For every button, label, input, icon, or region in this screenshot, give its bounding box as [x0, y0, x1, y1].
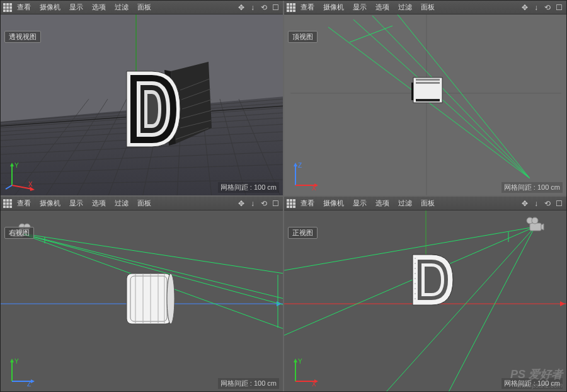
svg-rect-90	[530, 223, 541, 231]
menu-options[interactable]: 选项	[372, 197, 393, 209]
menu-camera[interactable]: 摄像机	[36, 1, 64, 13]
menu-camera[interactable]: 摄像机	[319, 1, 348, 13]
front-content	[284, 210, 566, 391]
svg-line-35	[6, 185, 12, 189]
maximize-icon[interactable]: ☐	[270, 3, 280, 13]
menu-display[interactable]: 显示	[66, 1, 87, 13]
grid-info: 网格间距 : 100 cm	[501, 378, 563, 389]
svg-point-96	[415, 268, 416, 269]
svg-marker-51	[294, 163, 297, 166]
grid-info: 网格间距 : 100 cm	[218, 378, 279, 389]
down-icon[interactable]: ↓	[531, 3, 541, 13]
view-label: 正视图	[288, 227, 318, 239]
menu-panel[interactable]: 面板	[417, 1, 438, 13]
menu-options[interactable]: 选项	[88, 197, 110, 209]
svg-text:Y: Y	[14, 162, 19, 169]
svg-marker-104	[294, 359, 297, 362]
object-d-front	[413, 255, 453, 305]
svg-rect-46	[416, 79, 440, 81]
svg-point-95	[415, 263, 416, 264]
svg-point-102	[415, 298, 416, 299]
menu-camera[interactable]: 摄像机	[319, 197, 348, 209]
move-icon[interactable]: ✥	[520, 3, 530, 13]
svg-text:Z: Z	[27, 381, 31, 388]
move-icon[interactable]: ✥	[236, 3, 246, 13]
maximize-icon[interactable]: ☐	[554, 3, 564, 13]
grid-info: 网格间距 : 100 cm	[218, 182, 279, 193]
menu-panel[interactable]: 面板	[417, 197, 438, 209]
svg-marker-83	[560, 301, 565, 306]
view-label: 透视视图	[4, 31, 41, 43]
axis-gizmo: Y X	[4, 160, 36, 192]
down-icon[interactable]: ↓	[531, 199, 541, 209]
svg-rect-48	[416, 99, 440, 101]
grid-menu-icon[interactable]	[287, 3, 295, 12]
down-icon[interactable]: ↓	[248, 199, 258, 209]
pane-right: 查看 摄像机 显示 选项 过滤 面板 ✥ ↓ ⟲ ☐ 右视图	[1, 197, 283, 391]
viewport-right[interactable]: 右视图	[1, 210, 283, 391]
menu-panel[interactable]: 面板	[134, 1, 155, 13]
svg-marker-77	[10, 359, 14, 362]
svg-marker-79	[31, 379, 35, 383]
down-icon[interactable]: ↓	[248, 3, 258, 13]
svg-point-101	[415, 293, 416, 294]
svg-marker-93	[541, 224, 544, 230]
axis-gizmo: Y X	[288, 356, 319, 388]
move-icon[interactable]: ✥	[236, 199, 246, 209]
grid-menu-icon[interactable]	[287, 199, 295, 208]
menu-view[interactable]: 查看	[13, 197, 35, 209]
viewport-perspective[interactable]: 透视视图	[1, 14, 283, 195]
restore-icon[interactable]: ⟲	[259, 3, 269, 13]
menu-filter[interactable]: 过滤	[111, 197, 132, 209]
move-icon[interactable]: ✥	[520, 199, 530, 209]
menu-display[interactable]: 显示	[349, 1, 370, 13]
svg-line-85	[284, 227, 535, 270]
menu-options[interactable]: 选项	[88, 1, 110, 13]
menubar: 查看 摄像机 显示 选项 过滤 面板 ✥ ↓ ⟲ ☐	[284, 1, 566, 14]
svg-point-92	[532, 217, 538, 224]
svg-line-88	[385, 227, 535, 391]
menu-filter[interactable]: 过滤	[111, 1, 132, 13]
menu-panel[interactable]: 面板	[134, 197, 155, 209]
menu-camera[interactable]: 摄像机	[36, 197, 64, 209]
viewport-top[interactable]: 顶视图 Z	[284, 14, 566, 195]
svg-line-44	[350, 26, 392, 42]
svg-text:X: X	[28, 181, 33, 188]
svg-point-75	[167, 274, 175, 324]
svg-point-100	[415, 288, 416, 289]
menubar: 查看 摄像机 显示 选项 过滤 面板 ✥ ↓ ⟲ ☐	[1, 1, 283, 14]
menubar: 查看 摄像机 显示 选项 过滤 面板 ✥ ↓ ⟲ ☐	[284, 197, 566, 210]
grid-menu-icon[interactable]	[3, 3, 12, 12]
svg-line-58	[20, 233, 283, 274]
menu-options[interactable]: 选项	[372, 1, 393, 13]
restore-icon[interactable]: ⟲	[542, 199, 553, 209]
grid-menu-icon[interactable]	[3, 199, 12, 208]
maximize-icon[interactable]: ☐	[270, 199, 280, 209]
menu-display[interactable]: 显示	[66, 197, 87, 209]
maximize-icon[interactable]: ☐	[554, 199, 564, 209]
view-label: 顶视图	[288, 31, 318, 43]
restore-icon[interactable]: ⟲	[542, 3, 553, 13]
restore-icon[interactable]: ⟲	[259, 199, 269, 209]
pane-top: 查看 摄像机 显示 选项 过滤 面板 ✥ ↓ ⟲ ☐ 顶视图	[284, 1, 566, 195]
svg-point-98	[415, 278, 416, 279]
svg-line-86	[284, 227, 535, 335]
svg-point-97	[415, 273, 416, 274]
svg-point-99	[415, 283, 416, 284]
svg-point-94	[415, 258, 416, 259]
svg-text:Y: Y	[298, 358, 302, 365]
menu-view[interactable]: 查看	[297, 197, 318, 209]
svg-text:Y: Y	[14, 358, 19, 365]
menu-filter[interactable]: 过滤	[394, 1, 416, 13]
view-label: 右视图	[4, 227, 34, 239]
menu-view[interactable]: 查看	[297, 1, 318, 13]
menu-filter[interactable]: 过滤	[394, 197, 416, 209]
menu-view[interactable]: 查看	[13, 1, 35, 13]
svg-rect-49	[411, 83, 413, 100]
svg-rect-47	[416, 82, 440, 84]
svg-text:X: X	[312, 381, 316, 388]
menu-display[interactable]: 显示	[349, 197, 370, 209]
viewport-front[interactable]: 正视图	[284, 210, 566, 391]
grid-info: 网格间距 : 100 cm	[501, 182, 563, 193]
right-content	[1, 210, 283, 391]
